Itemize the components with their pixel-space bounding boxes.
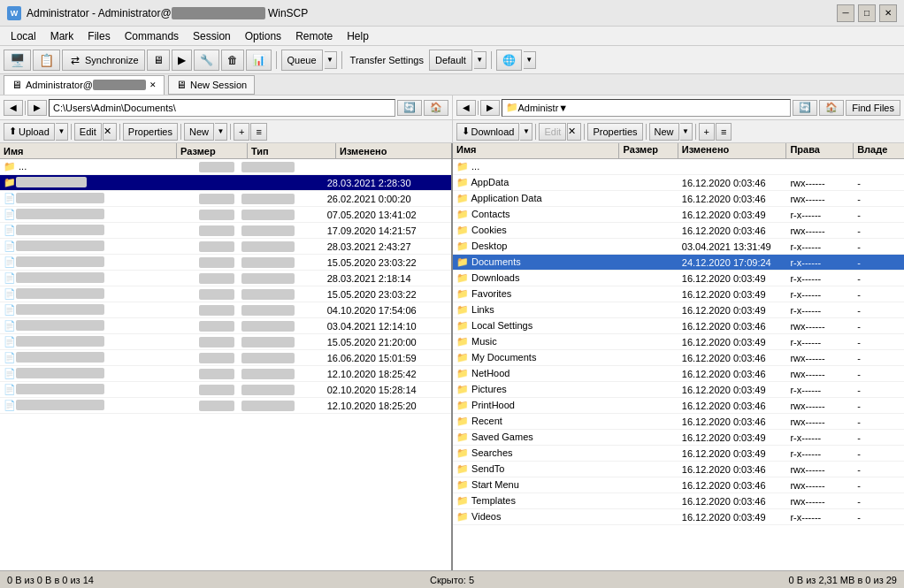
right-new-button[interactable]: New xyxy=(649,123,679,141)
menu-files[interactable]: Files xyxy=(80,28,117,44)
right-file-row[interactable]: 📁 SendTo 16.12.2020 0:03:46 rwx------ - xyxy=(453,462,904,477)
download-button[interactable]: ⬇ Download xyxy=(456,123,520,141)
menu-help[interactable]: Help xyxy=(340,28,376,44)
left-file-row[interactable]: 📄 15.05.2020 21:20:00 xyxy=(0,334,451,350)
left-col-size[interactable]: Размер xyxy=(177,143,248,159)
maximize-button[interactable]: □ xyxy=(858,4,876,22)
left-file-row[interactable]: 📄 26.02.2021 0:00:20 xyxy=(0,191,451,207)
menu-remote[interactable]: Remote xyxy=(288,28,340,44)
left-file-row[interactable]: 📄 12.10.2020 18:25:42 xyxy=(0,366,451,382)
right-file-row[interactable]: 📁 Desktop 03.04.2021 13:31:49 r-x------ … xyxy=(453,239,904,255)
right-file-row[interactable]: 📁 PrintHood 16.12.2020 0:03:46 rwx------… xyxy=(453,398,904,414)
left-file-row[interactable]: 📄 28.03.2021 2:18:14 xyxy=(0,271,451,286)
right-file-row[interactable]: 📁 Application Data 16.12.2020 0:03:46 rw… xyxy=(453,191,904,207)
left-file-row[interactable]: 📄 16.06.2020 15:01:59 xyxy=(0,350,451,366)
download-dropdown[interactable]: ▼ xyxy=(520,123,532,141)
left-file-row[interactable]: 📄 15.05.2020 23:03:22 xyxy=(0,286,451,302)
right-file-row[interactable]: 📁 Local Settings 16.12.2020 0:03:46 rwx-… xyxy=(453,318,904,334)
right-refresh[interactable]: 🔄 xyxy=(793,100,817,116)
right-extra-btn1[interactable]: + xyxy=(699,123,715,141)
toolbar-icon-btn1[interactable]: 🖥️ xyxy=(4,50,31,71)
right-extra-btn2[interactable]: ≡ xyxy=(716,123,732,141)
left-col-name[interactable]: Имя xyxy=(0,143,177,159)
transfer-default-button[interactable]: Default xyxy=(429,50,472,71)
toolbar-icon-btn5[interactable]: 🔧 xyxy=(194,50,219,71)
right-file-row[interactable]: 📁 Start Menu 16.12.2020 0:03:46 rwx-----… xyxy=(453,477,904,493)
right-file-row[interactable]: 📁 Music 16.12.2020 0:03:49 r-x------ - xyxy=(453,334,904,350)
right-properties-button[interactable]: Properties xyxy=(587,123,642,141)
right-path-box[interactable]: 📁 Administr▼ xyxy=(502,99,792,117)
tab-close-icon[interactable]: ✕ xyxy=(149,80,157,89)
right-nav-forward[interactable]: ▶ xyxy=(480,100,500,116)
right-col-size[interactable]: Размер xyxy=(619,143,678,158)
right-new-dropdown[interactable]: ▼ xyxy=(680,123,693,141)
left-file-row[interactable]: 📁 ... xyxy=(0,159,451,175)
left-path-box[interactable]: C:\Users\Admin\Documents\ xyxy=(49,99,395,117)
left-new-button[interactable]: New xyxy=(184,123,214,141)
right-file-row[interactable]: 📁 Videos 16.12.2020 0:03:49 r-x------ - xyxy=(453,509,904,525)
left-new-dropdown[interactable]: ▼ xyxy=(215,123,227,141)
toolbar-icon-btn8[interactable]: 🌐 xyxy=(496,50,522,71)
left-edit-button[interactable]: Edit xyxy=(74,123,102,141)
find-files-button[interactable]: Find Files xyxy=(846,100,900,116)
menu-commands[interactable]: Commands xyxy=(118,28,186,44)
minimize-button[interactable]: ─ xyxy=(837,4,854,22)
menu-session[interactable]: Session xyxy=(186,28,238,44)
right-col-owner[interactable]: Владе xyxy=(854,143,904,158)
right-file-row[interactable]: 📁 Downloads 16.12.2020 0:03:49 r-x------… xyxy=(453,271,904,286)
left-col-date[interactable]: Изменено xyxy=(336,143,451,159)
close-button[interactable]: ✕ xyxy=(879,4,897,22)
left-file-row[interactable]: 📁 28.03.2021 2:28:30 xyxy=(0,175,451,191)
menu-mark[interactable]: Mark xyxy=(43,28,81,44)
transfer-dropdown[interactable]: ▼ xyxy=(474,51,486,69)
right-file-row[interactable]: 📁 My Documents 16.12.2020 0:03:46 rwx---… xyxy=(453,350,904,366)
right-file-row[interactable]: 📁 Saved Games 16.12.2020 0:03:49 r-x----… xyxy=(453,430,904,446)
left-file-row[interactable]: 📄 12.10.2020 18:25:20 xyxy=(0,398,451,414)
right-col-name[interactable]: Имя xyxy=(453,143,619,158)
queue-button[interactable]: Queue xyxy=(281,50,323,71)
right-file-row[interactable]: 📁 Pictures 16.12.2020 0:03:49 r-x------ … xyxy=(453,382,904,398)
toolbar-icon-btn3[interactable]: 🖥 xyxy=(147,50,170,71)
left-file-row[interactable]: 📄 15.05.2020 23:03:22 xyxy=(0,255,451,271)
right-file-row[interactable]: 📁 Searches 16.12.2020 0:03:49 r-x------ … xyxy=(453,446,904,462)
menu-options[interactable]: Options xyxy=(238,28,288,44)
right-file-row[interactable]: 📁 ... xyxy=(453,159,904,175)
left-file-row[interactable]: 📄 04.10.2020 17:54:06 xyxy=(0,302,451,318)
upload-button[interactable]: ⬆ Upload xyxy=(4,123,55,141)
left-home[interactable]: 🏠 xyxy=(424,100,448,116)
left-file-row[interactable]: 📄 02.10.2020 15:28:14 xyxy=(0,382,451,398)
right-file-row[interactable]: 📁 Documents 24.12.2020 17:09:24 r-x-----… xyxy=(453,255,904,271)
left-nav-back[interactable]: ◀ xyxy=(4,100,23,116)
right-edit-button[interactable]: Edit xyxy=(539,123,566,141)
right-file-row[interactable]: 📁 Links 16.12.2020 0:03:49 r-x------ - xyxy=(453,302,904,318)
right-col-rights[interactable]: Права xyxy=(786,143,854,158)
right-file-row[interactable]: 📁 Favorites 16.12.2020 0:03:49 r-x------… xyxy=(453,286,904,302)
left-file-row[interactable]: 📄 07.05.2020 13:41:02 xyxy=(0,207,451,223)
toolbar-icon-btn4[interactable]: ▶ xyxy=(172,50,192,71)
right-home[interactable]: 🏠 xyxy=(819,100,844,116)
right-file-row[interactable]: 📁 Templates 16.12.2020 0:03:46 rwx------… xyxy=(453,493,904,509)
left-file-row[interactable]: 📄 28.03.2021 2:43:27 xyxy=(0,239,451,255)
right-file-row[interactable]: 📁 AppData 16.12.2020 0:03:46 rwx------ - xyxy=(453,175,904,191)
toolbar-icon-btn6[interactable]: 🗑 xyxy=(221,50,244,71)
globe-dropdown[interactable]: ▼ xyxy=(524,51,536,69)
left-extra-btn1[interactable]: + xyxy=(234,123,249,141)
left-delete-button[interactable]: ✕ xyxy=(103,123,117,141)
left-nav-forward[interactable]: ▶ xyxy=(27,100,47,116)
left-extra-btn2[interactable]: ≡ xyxy=(250,123,266,141)
left-refresh[interactable]: 🔄 xyxy=(397,100,422,116)
synchronize-button[interactable]: ⇄ Synchronize xyxy=(62,50,145,71)
right-delete-button[interactable]: ✕ xyxy=(567,123,581,141)
left-col-type[interactable]: Тип xyxy=(248,143,336,159)
queue-dropdown[interactable]: ▼ xyxy=(325,51,337,69)
toolbar-icon-btn2[interactable]: 📋 xyxy=(33,50,60,71)
upload-dropdown[interactable]: ▼ xyxy=(56,123,68,141)
toolbar-icon-btn7[interactable]: 📊 xyxy=(246,50,272,71)
right-file-row[interactable]: 📁 Cookies 16.12.2020 0:03:46 rwx------ - xyxy=(453,223,904,239)
right-col-modified[interactable]: Изменено xyxy=(678,143,787,158)
right-nav-back[interactable]: ◀ xyxy=(456,100,476,116)
menu-local[interactable]: Local xyxy=(4,28,43,44)
right-file-row[interactable]: 📁 Recent 16.12.2020 0:03:46 rwx------ - xyxy=(453,414,904,430)
left-file-row[interactable]: 📄 17.09.2020 14:21:57 xyxy=(0,223,451,239)
left-file-row[interactable]: 📄 03.04.2021 12:14:10 xyxy=(0,318,451,334)
